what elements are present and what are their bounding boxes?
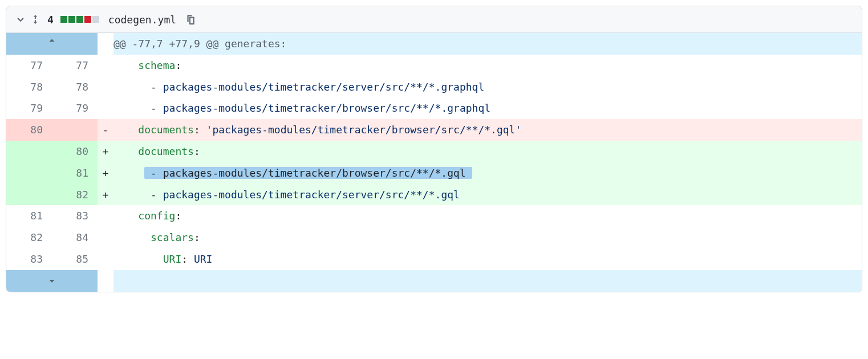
- new-line-number[interactable]: 83: [52, 205, 98, 227]
- code-cell[interactable]: config:: [113, 205, 862, 227]
- old-line-number[interactable]: [6, 141, 52, 162]
- code-cell[interactable]: scalars:: [113, 227, 862, 248]
- new-line-number[interactable]: 77: [52, 55, 98, 76]
- old-line-number[interactable]: 78: [6, 76, 52, 98]
- diff-table: @@ -77,7 +77,9 @@ generates: 7777 schema…: [6, 33, 862, 292]
- expand-up-icon[interactable]: [6, 33, 98, 55]
- diff-marker: [98, 205, 113, 227]
- code-cell[interactable]: - packages-modules/timetracker/server/sr…: [113, 184, 862, 206]
- new-line-number[interactable]: 81: [52, 162, 98, 184]
- diff-row: 7878 - packages-modules/timetracker/serv…: [6, 76, 862, 98]
- file-header: 4 codegen.yml: [6, 6, 862, 33]
- diff-marker: [98, 76, 113, 98]
- diff-row: 7979 - packages-modules/timetracker/brow…: [6, 97, 862, 119]
- expand-down-row: [6, 270, 862, 292]
- code-cell[interactable]: - packages-modules/timetracker/server/sr…: [113, 76, 862, 98]
- old-line-number[interactable]: 79: [6, 97, 52, 119]
- new-line-number[interactable]: 79: [52, 97, 98, 119]
- expand-down-icon[interactable]: [6, 270, 98, 292]
- code-cell[interactable]: documents: 'packages-modules/timetracker…: [113, 119, 862, 141]
- diff-row: 7777 schema:: [6, 55, 862, 76]
- diff-marker: [98, 227, 113, 248]
- diffstat-square: [84, 16, 91, 23]
- diffstat-square: [76, 16, 83, 23]
- new-line-number[interactable]: 85: [52, 248, 98, 270]
- old-line-number[interactable]: 77: [6, 55, 52, 76]
- old-line-number[interactable]: [6, 184, 52, 206]
- diff-row: 81+ - packages-modules/timetracker/brows…: [6, 162, 862, 184]
- code-cell[interactable]: URI: URI: [113, 248, 862, 270]
- code-cell[interactable]: documents:: [113, 141, 862, 162]
- old-line-number[interactable]: 81: [6, 205, 52, 227]
- old-line-number[interactable]: [6, 162, 52, 184]
- file-name[interactable]: codegen.yml: [108, 14, 176, 26]
- diff-row: 80+ documents:: [6, 141, 862, 162]
- old-line-number[interactable]: 82: [6, 227, 52, 248]
- diff-marker: [98, 97, 113, 119]
- diff-marker: +: [98, 184, 113, 206]
- code-cell[interactable]: - packages-modules/timetracker/browser/s…: [113, 162, 862, 184]
- diff-marker: [98, 248, 113, 270]
- diff-file-container: 4 codegen.yml @@ -77,7 +77,9 @@ generate…: [6, 6, 862, 292]
- hunk-header-text: @@ -77,7 +77,9 @@ generates:: [113, 33, 862, 55]
- diff-row: 8385 URI: URI: [6, 248, 862, 270]
- diff-row: 8183 config:: [6, 205, 862, 227]
- diff-marker: [98, 55, 113, 76]
- expand-all-icon[interactable]: [30, 14, 40, 25]
- new-line-number[interactable]: 84: [52, 227, 98, 248]
- diffstat-square: [68, 16, 75, 23]
- collapse-toggle-icon[interactable]: [15, 14, 26, 25]
- diffstat-square: [60, 16, 67, 23]
- code-cell[interactable]: - packages-modules/timetracker/browser/s…: [113, 97, 862, 119]
- new-line-number[interactable]: 80: [52, 141, 98, 162]
- diff-row: 80- documents: 'packages-modules/timetra…: [6, 119, 862, 141]
- old-line-number[interactable]: 80: [6, 119, 52, 141]
- diff-marker: -: [98, 119, 113, 141]
- diffstat-square: [92, 16, 99, 23]
- diff-marker: +: [98, 162, 113, 184]
- new-line-number[interactable]: 78: [52, 76, 98, 98]
- new-line-number[interactable]: [52, 119, 98, 141]
- diff-row: 82+ - packages-modules/timetracker/serve…: [6, 184, 862, 206]
- copy-path-icon[interactable]: [184, 13, 197, 26]
- diff-marker: +: [98, 141, 113, 162]
- old-line-number[interactable]: 83: [6, 248, 52, 270]
- change-count: 4: [47, 14, 54, 26]
- new-line-number[interactable]: 82: [52, 184, 98, 206]
- diff-row: 8284 scalars:: [6, 227, 862, 248]
- code-cell[interactable]: schema:: [113, 55, 862, 76]
- hunk-header-row: @@ -77,7 +77,9 @@ generates:: [6, 33, 862, 55]
- diffstat: [60, 16, 99, 23]
